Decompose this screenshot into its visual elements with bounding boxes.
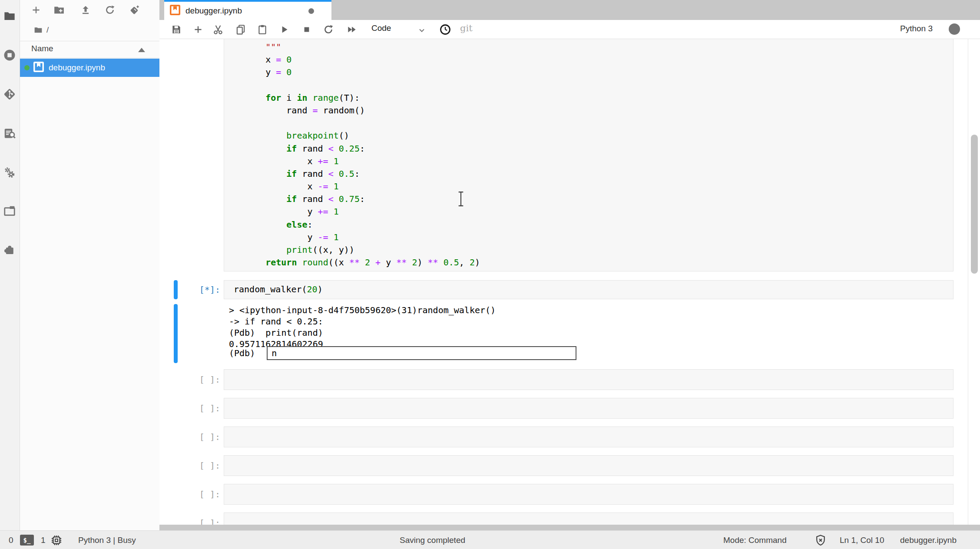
command-palette-icon[interactable] bbox=[3, 126, 17, 140]
new-folder-icon[interactable] bbox=[53, 4, 65, 16]
empty-cell-editor[interactable] bbox=[224, 398, 954, 419]
running-kernels-icon[interactable] bbox=[3, 48, 17, 62]
active-cell-source[interactable]: random_walker(20) bbox=[234, 283, 323, 296]
terminal-icon[interactable]: $_ bbox=[20, 531, 34, 549]
interrupt-kernel-icon[interactable] bbox=[301, 24, 312, 35]
kernel-chip-icon[interactable] bbox=[50, 531, 63, 549]
copy-cell-icon[interactable] bbox=[235, 24, 246, 35]
jupyterlab-window: / Name debugger.ipynb bbox=[0, 0, 980, 549]
kernel-busy-indicator[interactable] bbox=[949, 23, 960, 35]
pdb-output-line: -> if rand < 0.25: bbox=[229, 316, 496, 327]
trust-shield-icon[interactable] bbox=[814, 531, 827, 549]
insert-cell-icon[interactable] bbox=[192, 24, 204, 35]
cursor-position[interactable]: Ln 1, Col 10 bbox=[840, 531, 884, 549]
refresh-icon[interactable] bbox=[104, 4, 116, 16]
empty-cell-prompt: [ ]: bbox=[172, 513, 220, 525]
cut-cell-icon[interactable] bbox=[212, 24, 224, 35]
panel-bottom-edge bbox=[159, 525, 980, 530]
cell-type-select[interactable]: Code bbox=[371, 23, 391, 33]
file-row-debugger-ipynb[interactable]: debugger.ipynb bbox=[20, 59, 159, 77]
status-bar: 0 $_ 1 Python 3 | Busy Saving completed … bbox=[0, 530, 980, 549]
empty-cell-editor[interactable] bbox=[224, 513, 954, 525]
active-cell-editor[interactable] bbox=[224, 280, 954, 299]
extensions-icon[interactable] bbox=[3, 243, 17, 257]
git-clone-icon[interactable] bbox=[129, 4, 140, 16]
kernel-name[interactable]: Python 3 bbox=[900, 24, 933, 33]
open-tabs-icon[interactable] bbox=[3, 204, 17, 218]
git-icon[interactable] bbox=[3, 87, 17, 101]
scrollbar-thumb[interactable] bbox=[971, 135, 978, 274]
activity-bar bbox=[0, 0, 20, 530]
notebook-tab-icon bbox=[169, 4, 181, 17]
notebook-scroll-area[interactable]: """ x = 0 y = 0 for i in range(T): rand … bbox=[159, 39, 974, 525]
folder-icon bbox=[34, 26, 43, 34]
file-browser-icon[interactable] bbox=[3, 9, 17, 23]
upload-icon[interactable] bbox=[80, 4, 91, 16]
notebook-scrollbar[interactable] bbox=[968, 39, 980, 525]
empty-cell-prompt: [ ]: bbox=[172, 484, 220, 505]
pdb-output: > <ipython-input-8-d4f750b59620>(31)rand… bbox=[229, 304, 496, 350]
cell-output-collapser[interactable] bbox=[174, 304, 178, 363]
terminals-count[interactable]: 0 bbox=[9, 531, 13, 549]
new-launcher-icon[interactable] bbox=[30, 4, 42, 16]
empty-cell-prompt: [ ]: bbox=[172, 455, 220, 476]
chevron-down-icon[interactable] bbox=[417, 25, 427, 37]
divider bbox=[20, 58, 159, 58]
kernel-status-text[interactable]: Python 3 | Busy bbox=[78, 531, 136, 549]
pdb-prompt: (Pdb) bbox=[229, 348, 255, 358]
tab-bar: debugger.ipynb bbox=[159, 0, 980, 20]
notebook-mode[interactable]: Mode: Command bbox=[723, 531, 787, 549]
paste-cell-icon[interactable] bbox=[257, 24, 268, 35]
empty-cell-prompt: [ ]: bbox=[172, 398, 220, 419]
property-inspector-icon[interactable] bbox=[3, 165, 17, 179]
notebook-toolbar: Code git Python 3 bbox=[159, 20, 980, 39]
restart-kernel-icon[interactable] bbox=[323, 24, 334, 35]
clock-icon[interactable] bbox=[439, 23, 451, 37]
tab-debugger-ipynb[interactable]: debugger.ipynb bbox=[164, 0, 331, 20]
pdb-output-line: > <ipython-input-8-d4f750b59620>(31)rand… bbox=[229, 304, 496, 316]
code-cell-source[interactable]: """ x = 0 y = 0 for i in range(T): rand … bbox=[245, 41, 480, 269]
empty-cell-editor[interactable] bbox=[224, 427, 954, 447]
breadcrumb-path: / bbox=[46, 25, 49, 35]
unsaved-changes-dot[interactable] bbox=[308, 8, 314, 14]
git-toolbar-label[interactable]: git bbox=[460, 23, 473, 33]
pdb-output-line: (Pdb) print(rand) bbox=[229, 327, 496, 338]
save-icon[interactable] bbox=[171, 24, 182, 35]
sort-caret-icon[interactable] bbox=[138, 48, 145, 52]
cell-input-prompt: [*]: bbox=[172, 280, 220, 299]
ibeam-cursor bbox=[457, 191, 464, 207]
run-all-cells-icon[interactable] bbox=[346, 24, 358, 35]
running-kernel-dot bbox=[24, 65, 30, 70]
empty-cell-prompt: [ ]: bbox=[172, 369, 220, 390]
divider bbox=[20, 41, 159, 41]
notebook-file-icon bbox=[33, 61, 44, 74]
file-name: debugger.ipynb bbox=[49, 63, 105, 73]
empty-cell-editor[interactable] bbox=[224, 484, 954, 505]
empty-cell-editor[interactable] bbox=[224, 369, 954, 390]
save-status-message: Saving completed bbox=[400, 531, 465, 549]
empty-cell-editor[interactable] bbox=[224, 455, 954, 476]
run-cell-icon[interactable] bbox=[278, 24, 290, 35]
pdb-stdin-input[interactable] bbox=[267, 346, 576, 360]
pdb-stdin-row: (Pdb) bbox=[229, 346, 576, 360]
kernels-count[interactable]: 1 bbox=[41, 531, 46, 549]
tab-title: debugger.ipynb bbox=[185, 6, 242, 16]
statusbar-filename[interactable]: debugger.ipynb bbox=[900, 531, 957, 549]
breadcrumb[interactable]: / bbox=[34, 25, 49, 35]
file-browser-panel: / Name debugger.ipynb bbox=[20, 0, 159, 530]
empty-cell-prompt: [ ]: bbox=[172, 427, 220, 447]
file-list-name-header[interactable]: Name bbox=[31, 44, 53, 53]
